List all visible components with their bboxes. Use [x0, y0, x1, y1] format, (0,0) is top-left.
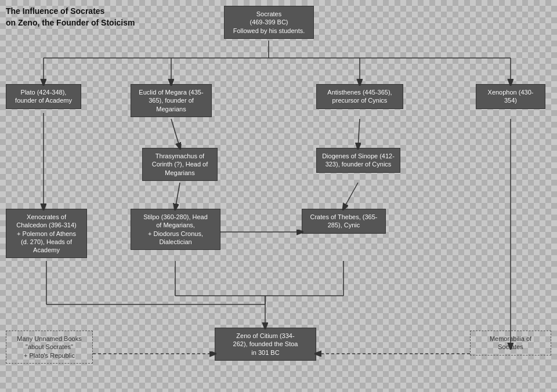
memorabilia-node: Memorabilia of Socrates [470, 331, 551, 355]
svg-line-10 [343, 183, 358, 209]
xenocrates-node: Xenocrates of Chalcedon (396-314) + Pole… [6, 209, 87, 258]
euclid-node: Euclid of Megara (435- 365), founder of … [131, 84, 212, 117]
svg-line-7 [171, 119, 180, 148]
svg-line-8 [358, 119, 360, 148]
plato-node: Plato (424-348), founder of Academy [6, 84, 81, 109]
socrates-node: Socrates (469-399 BC) Followed by his st… [224, 6, 314, 39]
many-books-node: Many Unnamed Books "about Socrates" + Pl… [6, 331, 93, 364]
thrasymachus-node: Thrasymachus of Corinth (?), Head of Meg… [142, 148, 218, 181]
zeno-node: Zeno of Citium (334- 262), founded the S… [215, 328, 316, 361]
svg-line-9 [175, 183, 180, 209]
page-title: The Influence of Socrates on Zeno, the F… [6, 6, 135, 28]
xenophon-node: Xenophon (430- 354) [476, 84, 545, 109]
stilpo-node: Stilpo (360-280), Head of Megarians, + D… [131, 209, 220, 250]
crates-node: Crates of Thebes, (365- 285), Cynic [302, 209, 386, 234]
diogenes-node: Diogenes of Sinope (412- 323), founder o… [316, 148, 400, 173]
antisthenes-node: Antisthenes (445-365), precursor of Cyni… [316, 84, 403, 109]
